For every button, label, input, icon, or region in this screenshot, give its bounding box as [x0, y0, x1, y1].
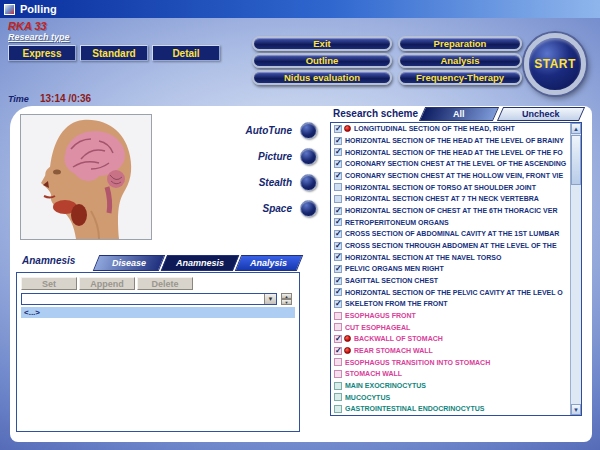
row-checkbox[interactable]: ✓ [334, 230, 342, 238]
research-scheme-row[interactable]: HORIZONTAL SECTION CHEST AT 7 TH NECK VE… [331, 193, 569, 205]
row-checkbox[interactable]: ✓ [334, 172, 342, 180]
scroll-down-button[interactable]: ▼ [571, 404, 581, 415]
row-checkbox[interactable] [334, 370, 342, 378]
row-checkbox[interactable]: ✓ [334, 242, 342, 250]
row-label: CORONARY SECTION CHEST AT THE LEVEL OF T… [345, 160, 566, 167]
research-scheme-row[interactable]: HORIZONTAL SECTION OF TORSO AT SHOULDER … [331, 181, 569, 193]
research-scheme-row[interactable]: MUCOCYTUS [331, 391, 569, 403]
row-checkbox[interactable]: ✓ [334, 265, 342, 273]
stealth-button[interactable] [300, 174, 317, 191]
window-title: Polling [20, 3, 57, 15]
row-checkbox[interactable] [334, 393, 342, 401]
device-label: RKA 33 [8, 20, 47, 32]
tab-all[interactable]: All [419, 107, 499, 121]
row-checkbox[interactable] [334, 323, 342, 331]
research-scheme-row[interactable]: ✓CORONARY SECTION CHEST AT THE HOLLOW VE… [331, 170, 569, 182]
frequency-therapy-button[interactable]: Frequency-Therapy [398, 70, 522, 85]
research-scheme-row[interactable]: ✓REAR STOMACH WALL [331, 345, 569, 357]
row-label: RETROPERITONEUM ORGANS [345, 219, 449, 226]
research-scheme-listbox: ✓LONGITUDINAL SECTION OF THE HEAD, RIGHT… [330, 122, 582, 416]
tab-uncheck[interactable]: Uncheck [497, 107, 585, 121]
row-label: ESOPHAGUS FRONT [345, 312, 416, 319]
research-scheme-row[interactable]: ESOPHAGUS FRONT [331, 310, 569, 322]
row-label: HORIZONTAL SECTION OF THE HEAD AT THE LE… [345, 137, 564, 144]
row-checkbox[interactable]: ✓ [334, 125, 342, 133]
research-scheme-row[interactable]: ✓HORIZONTAL SECTION OF CHEST AT THE 6TH … [331, 205, 569, 217]
research-scheme-row[interactable]: ✓CROSS SECTION THROUGH ABDOMEN AT THE LE… [331, 240, 569, 252]
head-section-illustration [21, 115, 151, 239]
research-scheme-row[interactable]: ✓SKELETON FROM THE FRONT [331, 298, 569, 310]
row-label: MAIN EXOCRINOCYTUS [345, 382, 426, 389]
scroll-up-button[interactable]: ▲ [571, 123, 581, 134]
outline-button[interactable]: Outline [252, 53, 392, 68]
time-value: 13:14 /0:36 [40, 93, 91, 104]
anamnesis-list-item[interactable]: <...> [21, 307, 295, 318]
row-checkbox[interactable]: ✓ [334, 335, 342, 343]
analysis-button[interactable]: Analysis [398, 53, 522, 68]
research-scheme-row[interactable]: MAIN EXOCRINOCYTUS [331, 380, 569, 392]
scroll-thumb[interactable] [571, 135, 581, 185]
research-scheme-row[interactable]: ESOPHAGUS TRANSITION INTO STOMACH [331, 356, 569, 368]
spinner-down-button[interactable]: ▼ [281, 299, 292, 305]
row-label: LONGITUDINAL SECTION OF THE HEAD, RIGHT [354, 125, 515, 132]
nidus-evaluation-button[interactable]: Nidus evaluation [252, 70, 392, 85]
row-label: CORONARY SECTION CHEST AT THE HOLLOW VEI… [345, 172, 563, 179]
row-checkbox[interactable] [334, 183, 342, 191]
row-checkbox[interactable]: ✓ [334, 347, 342, 355]
row-checkbox[interactable]: ✓ [334, 137, 342, 145]
research-scheme-row[interactable]: ✓RETROPERITONEUM ORGANS [331, 216, 569, 228]
row-label: HORIZONTAL SECTION AT THE NAVEL TORSO [345, 254, 501, 261]
row-label: ESOPHAGUS TRANSITION INTO STOMACH [345, 359, 490, 366]
row-label: GASTROINTESTINAL ENDOCRINOCYTUS [345, 405, 485, 412]
delete-button[interactable]: Delete [137, 277, 193, 290]
anamnesis-list: <...> [21, 307, 295, 427]
research-scheme-row[interactable]: ✓CROSS SECTION OF ABDOMINAL CAVITY AT TH… [331, 228, 569, 240]
research-scheme-row[interactable]: ✓BACKWALL OF STOMACH [331, 333, 569, 345]
row-checkbox[interactable] [334, 312, 342, 320]
append-button[interactable]: Append [79, 277, 135, 290]
row-checkbox[interactable]: ✓ [334, 277, 342, 285]
tab-analysis[interactable]: Analysis [235, 255, 303, 271]
row-checkbox[interactable]: ✓ [334, 253, 342, 261]
title-bar: Polling [0, 0, 600, 18]
row-checkbox[interactable] [334, 358, 342, 366]
row-checkbox[interactable]: ✓ [334, 300, 342, 308]
tab-disease[interactable]: Disease [93, 255, 165, 271]
research-scheme-row[interactable]: ✓CORONARY SECTION CHEST AT THE LEVEL OF … [331, 158, 569, 170]
research-scheme-row[interactable]: CUT ESOPHAGEAL [331, 321, 569, 333]
standard-button[interactable]: Standard [80, 45, 148, 61]
tab-anamnesis[interactable]: Anamnesis [161, 255, 239, 271]
research-scheme-row[interactable]: ✓HORIZONTAL SECTION AT THE NAVEL TORSO [331, 251, 569, 263]
autotune-button[interactable] [300, 122, 317, 139]
start-button[interactable]: START [524, 33, 586, 95]
research-scheme-row[interactable]: ✓HORIZONTAL SECTION OF THE HEAD AT THE L… [331, 146, 569, 158]
preparation-button[interactable]: Preparation [398, 36, 522, 51]
row-checkbox[interactable]: ✓ [334, 148, 342, 156]
chevron-down-icon[interactable]: ▼ [264, 294, 276, 304]
row-label: HORIZONTAL SECTION OF THE HEAD AT THE LE… [345, 149, 563, 156]
row-checkbox[interactable] [334, 382, 342, 390]
row-checkbox[interactable]: ✓ [334, 218, 342, 226]
space-button[interactable] [300, 200, 317, 217]
row-checkbox[interactable]: ✓ [334, 207, 342, 215]
row-checkbox[interactable] [334, 195, 342, 203]
row-checkbox[interactable]: ✓ [334, 288, 342, 296]
row-checkbox[interactable] [334, 405, 342, 413]
picture-button[interactable] [300, 148, 317, 165]
express-button[interactable]: Express [8, 45, 76, 61]
research-scheme-row[interactable]: ✓LONGITUDINAL SECTION OF THE HEAD, RIGHT [331, 123, 569, 135]
detail-button[interactable]: Detail [152, 45, 220, 61]
research-scheme-row[interactable]: ✓SAGITTAL SECTION CHEST [331, 275, 569, 287]
anamnesis-combobox[interactable]: ▼ [21, 293, 277, 305]
research-scheme-row[interactable]: ✓HORIZONTAL SECTION OF THE HEAD AT THE L… [331, 135, 569, 147]
anamnesis-title: Anamnesis [22, 255, 75, 266]
exit-button[interactable]: Exit [252, 36, 392, 51]
row-label: PELVIC ORGANS MEN RIGHT [345, 265, 444, 272]
research-scheme-row[interactable]: ✓PELVIC ORGANS MEN RIGHT [331, 263, 569, 275]
list-scrollbar[interactable]: ▲ ▼ [570, 123, 581, 415]
set-button[interactable]: Set [21, 277, 77, 290]
research-scheme-row[interactable]: ✓HORIZONTAL SECTION OF THE PELVIC CAVITY… [331, 286, 569, 298]
row-checkbox[interactable]: ✓ [334, 160, 342, 168]
research-scheme-row[interactable]: STOMACH WALL [331, 368, 569, 380]
research-scheme-row[interactable]: GASTROINTESTINAL ENDOCRINOCYTUS [331, 403, 569, 415]
